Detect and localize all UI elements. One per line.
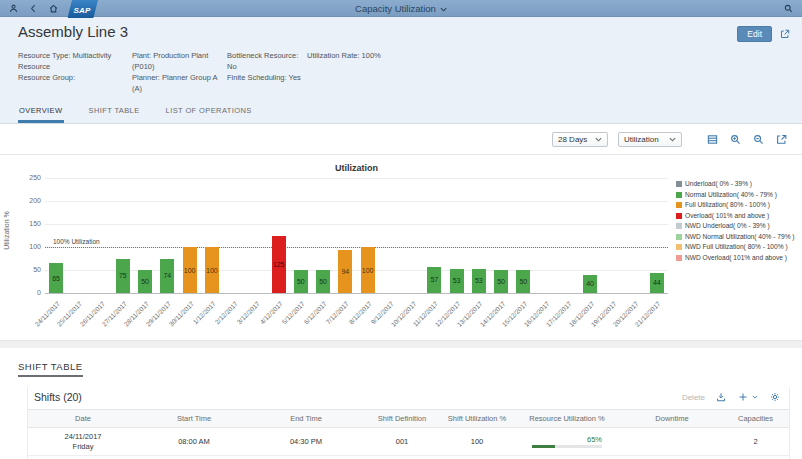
chevron-down-icon (669, 135, 676, 144)
tab-list-of-operations[interactable]: LIST OF OPERATIONS (165, 103, 253, 123)
chart-bar[interactable]: 100 (183, 247, 197, 293)
header-attribute-column: Bottleneck Resource: NoFinite Scheduling… (227, 50, 307, 94)
bar-value-label: 44 (653, 279, 661, 286)
bar-value-label: 50 (141, 278, 149, 285)
chart-bar[interactable]: 65 (49, 263, 63, 293)
page-title: Assembly Line 3 (12, 23, 128, 40)
search-icon[interactable] (783, 3, 794, 14)
chart-bar[interactable]: 44 (650, 273, 664, 293)
capacity-utilization-app: SAP Capacity Utilization Assembly Line 3… (0, 0, 802, 459)
header-attribute: Planner: Planner Group A (A) (132, 72, 227, 94)
column-header: Date (28, 410, 138, 428)
object-page-header: Assembly Line 3 Edit Resource Type: Mult… (0, 17, 802, 124)
chart-bar[interactable]: 40 (583, 275, 597, 293)
chart-bar[interactable]: 53 (472, 269, 486, 293)
y-axis-tick: 150 (15, 220, 41, 227)
chart-bar[interactable]: 53 (450, 269, 464, 293)
y-axis-tick: 200 (15, 197, 41, 204)
legend-swatch (676, 244, 682, 250)
legend-swatch (676, 192, 682, 198)
app-title-menu[interactable]: Capacity Utilization (355, 3, 447, 14)
y-axis-tick: 100 (15, 243, 41, 250)
chart-bar[interactable]: 75 (116, 259, 130, 294)
chart-bar[interactable]: 50 (138, 270, 152, 293)
chart-bar[interactable]: 74 (160, 259, 174, 293)
bar-value-label: 50 (519, 278, 527, 285)
chart-bar[interactable]: 50 (294, 270, 308, 293)
period-select-value: 28 Days (558, 135, 587, 144)
x-axis-tick: 7/12/2017 (325, 300, 350, 325)
user-icon[interactable] (8, 3, 19, 14)
resource-utilization-cell: 75% (512, 456, 622, 459)
x-axis-tick: 6/12/2017 (303, 300, 328, 325)
legend-label: Underload( 0% - 39% ) (685, 180, 752, 188)
date-cell: 27/11/2017Monday (28, 456, 138, 459)
bar-value-label: 40 (586, 280, 594, 287)
settings-icon[interactable] (769, 391, 781, 403)
legend-swatch (676, 181, 682, 187)
legend-item[interactable]: NWD Underload( 0% - 39% ) (676, 222, 800, 230)
legend-item[interactable]: Full Utilization( 80% - 100% ) (676, 201, 800, 209)
chart-bar[interactable]: 100 (205, 247, 219, 293)
legend-item[interactable]: Overload( 101% and above ) (676, 212, 800, 220)
period-select[interactable]: 28 Days (552, 132, 608, 147)
legend-item[interactable]: Normal Utilization( 40% - 79% ) (676, 191, 800, 199)
shift-definition-cell: 001 (362, 456, 442, 459)
x-axis-tick: 2/12/2017 (214, 300, 239, 325)
legend-label: Normal Utilization( 40% - 79% ) (685, 191, 777, 199)
progress-fill (532, 445, 555, 448)
zoom-in-icon[interactable] (729, 133, 742, 146)
chart-bar[interactable]: 50 (516, 270, 530, 293)
bar-value-label: 100 (206, 267, 218, 274)
edit-button[interactable]: Edit (737, 26, 772, 42)
zoom-out-icon[interactable] (752, 133, 765, 146)
x-axis-tick: 8/12/2017 (347, 300, 372, 325)
chevron-down-icon (440, 3, 447, 14)
tab-overview[interactable]: OVERVIEW (18, 103, 64, 123)
section-title: SHIFT TABLE (18, 361, 83, 377)
table-row[interactable]: 24/11/2017Friday08:00 AM04:30 PM00110065… (28, 428, 789, 456)
table-header-row: DateStart TimeEnd TimeShift DefinitionSh… (28, 410, 789, 428)
legend-item[interactable]: NWD Overload( 101% and above ) (676, 254, 800, 262)
shifts-table: DateStart TimeEnd TimeShift DefinitionSh… (28, 409, 789, 459)
chart-bar[interactable]: 100 (361, 247, 375, 293)
bar-value-label: 53 (453, 277, 461, 284)
legend-label: Overload( 101% and above ) (685, 212, 769, 220)
header-attributes: Resource Type: Multiactivity ResourceRes… (12, 50, 790, 94)
legend-item[interactable]: NWD Normal Utilization( 40% - 79% ) (676, 233, 800, 241)
legend-label: NWD Normal Utilization( 40% - 79% ) (685, 233, 795, 241)
chart-bar[interactable]: 94 (338, 250, 352, 293)
add-button[interactable] (737, 391, 749, 403)
chart-bar[interactable]: 57 (427, 267, 441, 293)
legend-swatch (676, 213, 682, 219)
chart-toolbar: 28 Days Utilization (0, 124, 802, 155)
chart-plot-area: 050100150200250100% Utilization6524/11/2… (45, 178, 668, 293)
home-icon[interactable] (48, 3, 59, 14)
table-view-icon[interactable] (706, 133, 719, 146)
legend-swatch (676, 234, 682, 240)
shift-utilization-cell: 100 (442, 428, 512, 456)
measure-select-value: Utilization (624, 135, 659, 144)
legend-item[interactable]: NWD Full Utilization( 80% - 100% ) (676, 243, 800, 251)
legend-label: Full Utilization( 80% - 100% ) (685, 201, 770, 209)
start-time-cell: 08:00 AM (138, 428, 250, 456)
export-icon[interactable] (715, 391, 727, 403)
start-time-cell: 08:00 AM (138, 456, 250, 459)
tab-shift-table[interactable]: SHIFT TABLE (88, 103, 141, 123)
x-axis-tick: 5/12/2017 (280, 300, 305, 325)
delete-button[interactable]: Delete (682, 393, 705, 402)
capacities-cell: 2 (722, 456, 789, 459)
table-row[interactable]: 27/11/2017Monday08:00 AM04:30 PM00110075… (28, 456, 789, 459)
back-icon[interactable] (28, 3, 39, 14)
measure-select[interactable]: Utilization (618, 132, 682, 147)
y-axis-title: Utilization % (3, 191, 10, 271)
share-icon[interactable] (780, 25, 790, 43)
fullscreen-icon[interactable] (775, 133, 788, 146)
chart-bar[interactable]: 125 (272, 236, 286, 294)
utilization-progress: 65% (532, 435, 602, 448)
chart-bar[interactable]: 50 (494, 270, 508, 293)
reference-line-label: 100% Utilization (53, 238, 100, 245)
legend-item[interactable]: Underload( 0% - 39% ) (676, 180, 800, 188)
add-chevron-icon[interactable] (751, 391, 759, 403)
chart-bar[interactable]: 50 (316, 270, 330, 293)
